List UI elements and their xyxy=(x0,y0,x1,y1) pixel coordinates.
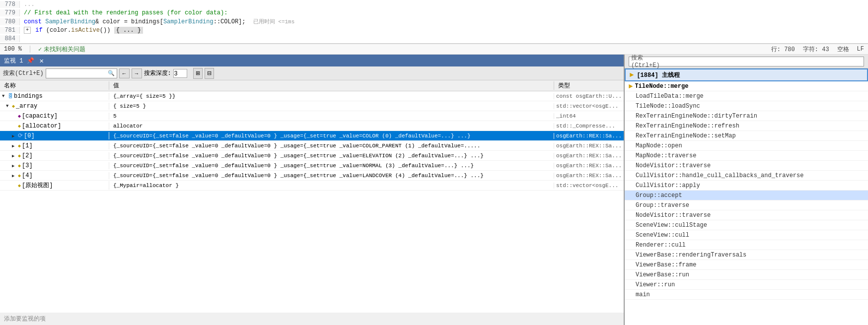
cs-item[interactable]: NodeVisitor::traverse xyxy=(625,161,868,171)
pin-column-button[interactable]: ⊞ xyxy=(193,68,203,79)
editor-line-884: 884 xyxy=(0,35,868,43)
cell-name: ▶ ⟳ [0] xyxy=(0,132,109,139)
thread-label: [1884] 主线程 xyxy=(637,71,679,79)
cs-item[interactable]: Group::traverse xyxy=(625,200,868,210)
cs-item-label: ViewerBase::renderingTraversals xyxy=(636,252,746,259)
line-number-779: 779 xyxy=(0,9,20,16)
search-input-wrap[interactable]: 🔍 xyxy=(46,68,117,78)
line-content-779: // First deal with the rendering passes … xyxy=(20,9,227,16)
cs-item-label: CullVisitor::apply xyxy=(636,182,700,189)
expand-icon[interactable]: ▶ xyxy=(12,173,17,178)
search-prev-button[interactable]: ← xyxy=(119,68,130,78)
depth-label: 搜索深度: xyxy=(144,69,171,77)
expand-icon[interactable]: ▶ xyxy=(12,143,17,148)
editor-line-779: 779 // First deal with the rendering pas… xyxy=(0,8,868,17)
cs-item[interactable]: MapNode::traverse xyxy=(625,151,868,161)
row-label: [原始视图] xyxy=(22,181,53,190)
cs-item[interactable]: NodeVisitor::traverse xyxy=(625,210,868,220)
watch-row[interactable]: ▶ ◆ [原始视图] {_Mypair=allocator } std::vec… xyxy=(0,181,624,191)
cs-item-current[interactable]: ► TileNode::merge xyxy=(625,81,868,91)
line-content-780: const SamplerBinding& color = bindings[S… xyxy=(20,18,294,25)
thread-icon: ► xyxy=(630,71,634,79)
watch-panel: 监视 1 📌 ✕ 搜索(Ctrl+E) 🔍 ← → 搜索深度: 3 ⊞ ⊟ 名称… xyxy=(0,55,625,325)
watch-row[interactable]: ▶ ◆ [allocator] allocator std::_Compress… xyxy=(0,121,624,131)
expand-icon[interactable]: ▼ xyxy=(6,104,11,109)
cs-search-input[interactable] xyxy=(667,59,862,65)
watch-search-input[interactable] xyxy=(48,70,108,76)
expand-button[interactable]: ⊟ xyxy=(205,68,214,79)
cs-item[interactable]: main xyxy=(625,290,868,300)
cs-item-label: RexTerrainEngineNode::setMap xyxy=(636,132,736,139)
cell-name: ▶ ◆ [allocator] xyxy=(0,123,109,130)
check-icon: ✓ xyxy=(38,46,42,53)
depth-input[interactable]: 3 xyxy=(173,69,187,78)
cs-item[interactable]: Renderer::cull xyxy=(625,240,868,250)
line-content-778: ... xyxy=(20,1,35,8)
watch-row-selected[interactable]: ▶ ⟳ [0] {_sourceUID={_set=false _value=0… xyxy=(0,131,624,141)
cell-name: ▶ ◆ [3] xyxy=(0,162,109,169)
cs-item[interactable]: TileNode::loadSync xyxy=(625,101,868,111)
cs-item[interactable]: CullVisitor::apply xyxy=(625,181,868,191)
pin-icon[interactable]: 📌 xyxy=(27,57,34,65)
cell-value: {_sourceUID={_set=false _value=0 _defaul… xyxy=(109,173,554,179)
close-icon[interactable]: ✕ xyxy=(39,57,43,65)
editor-line-780: 780 const SamplerBinding& color = bindin… xyxy=(0,17,868,26)
cs-item-label: Viewer::run xyxy=(636,281,675,288)
cs-item-highlighted[interactable]: Group::accept xyxy=(625,191,868,200)
cs-item[interactable]: ViewerBase::renderingTraversals xyxy=(625,250,868,260)
line-number-781: 781 xyxy=(0,27,20,34)
field-icon: ◆ xyxy=(18,183,21,189)
row-label: _array xyxy=(16,103,37,110)
row-label: [3] xyxy=(22,162,33,169)
line-content-781: + if (color.isActive()) { ... } xyxy=(20,27,143,34)
search-magnifier-icon[interactable]: 🔍 xyxy=(108,70,115,76)
cell-type: std::_Compresse... xyxy=(554,123,624,129)
expand-icon[interactable]: ▼ xyxy=(2,94,7,99)
cs-item-label: SceneView::cullStage xyxy=(636,222,707,229)
cs-item[interactable]: RexTerrainEngineNode::setMap xyxy=(625,131,868,141)
cs-item-label: NodeVisitor::traverse xyxy=(636,162,711,169)
watch-row[interactable]: ▶ ◆ [3] {_sourceUID={_set=false _value=0… xyxy=(0,161,624,171)
watch-row[interactable]: ▼ ◆ _array { size=5 } std::vector<osgE..… xyxy=(0,101,624,111)
watch-row[interactable]: ▶ ◆ [1] {_sourceUID={_set=false _value=0… xyxy=(0,141,624,151)
cs-item[interactable]: LoadTileData::merge xyxy=(625,91,868,101)
watch-row[interactable]: ▶ ◆ [2] {_sourceUID={_set=false _value=0… xyxy=(0,151,624,161)
watch-row[interactable]: ▼ 🗄 bindings {_array={ size=5 }} const o… xyxy=(0,91,624,101)
row-label: [capacity] xyxy=(22,113,58,120)
cell-type: osgEarth::REX::Sa... xyxy=(554,163,624,169)
expand-icon[interactable]: ▶ xyxy=(12,133,17,138)
search-next-button[interactable]: → xyxy=(132,68,142,78)
cs-item[interactable]: MapNode::open xyxy=(625,141,868,151)
cs-item[interactable]: SceneView::cull xyxy=(625,230,868,240)
watch-table: ▼ 🗄 bindings {_array={ size=5 }} const o… xyxy=(0,91,624,313)
watch-row[interactable]: ▶ ◆ [capacity] 5 _int64 xyxy=(0,111,624,121)
cs-item[interactable]: ViewerBase::run xyxy=(625,270,868,280)
cell-type: const osgEarth::U... xyxy=(554,93,624,99)
cell-value: {_sourceUID={_set=false _value=0 _defaul… xyxy=(109,143,554,149)
cs-item[interactable]: ViewerBase::frame xyxy=(625,260,868,270)
field-icon: ◆ xyxy=(18,173,21,179)
field-icon: ◆ xyxy=(18,153,21,159)
line-info: 行: 780 xyxy=(771,45,795,54)
zoom-level[interactable]: 100 % xyxy=(4,46,22,53)
cell-type: osgEarth::REX::Sa... xyxy=(554,143,624,149)
cs-item[interactable]: RexTerrainEngineNode::dirtyTerrain xyxy=(625,111,868,121)
cs-item[interactable]: CullVisitor::handle_cull_callbacks_and_t… xyxy=(625,171,868,181)
col-type-header: 类型 xyxy=(554,81,624,90)
watch-title: 监视 1 xyxy=(4,57,23,65)
cell-type: osgEarth::REX::Sa... xyxy=(554,153,624,159)
expand-icon[interactable]: ▶ xyxy=(12,153,17,158)
watch-row[interactable]: ▶ ◆ [4] {_sourceUID={_set=false _value=0… xyxy=(0,171,624,181)
row-label: bindings xyxy=(14,93,43,100)
cs-item-label: ViewerBase::run xyxy=(636,271,689,278)
status-bar: 100 % ✓ 未找到相关问题 行: 780 字符: 43 空格 LF xyxy=(0,44,868,55)
cs-item[interactable]: Viewer::run xyxy=(625,280,868,290)
cs-item[interactable]: SceneView::cullStage xyxy=(625,220,868,230)
cs-item-label: SceneView::cull xyxy=(636,232,689,239)
cs-search-wrap[interactable]: 搜索(Ctrl+E) xyxy=(629,57,864,66)
editor-area: 778 ... 779 // First deal with the rende… xyxy=(0,0,868,44)
editor-line-781: 781 + if (color.isActive()) { ... } xyxy=(0,26,868,34)
add-watch-label[interactable]: 添加要监视的项 xyxy=(0,313,624,325)
cs-item[interactable]: RexTerrainEngineNode::refresh xyxy=(625,121,868,131)
expand-icon[interactable]: ▶ xyxy=(12,163,17,168)
